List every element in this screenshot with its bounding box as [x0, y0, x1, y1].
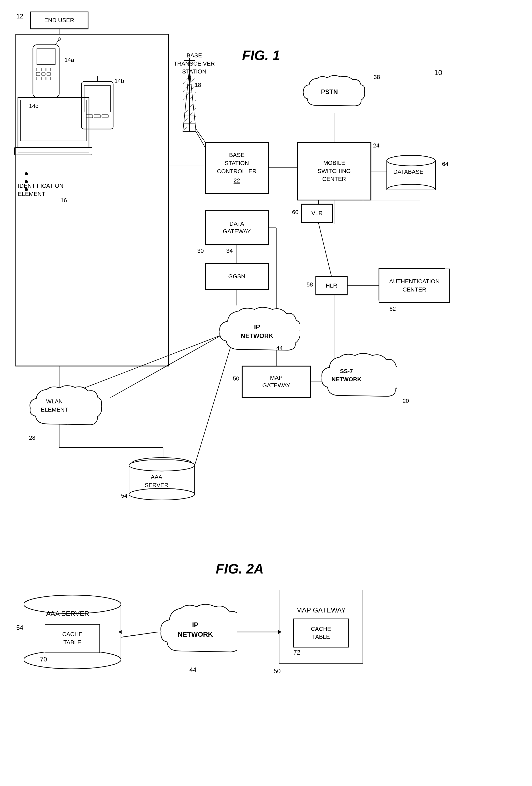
svg-line-62 — [196, 129, 205, 142]
ref20: 20 — [403, 398, 409, 404]
svg-line-48 — [189, 116, 196, 124]
ref22: 22 — [217, 177, 257, 185]
ref50-fig2a: 50 — [274, 668, 281, 675]
ref72: 72 — [293, 649, 300, 656]
map-gateway-box: MAP GATEWAY — [242, 366, 311, 398]
svg-point-103 — [129, 460, 195, 471]
fig2a-ip-label: IP NETWORK — [177, 620, 213, 639]
ref50-fig1: 50 — [233, 375, 239, 382]
fig2a-cache-table2: CACHE TABLE — [293, 619, 348, 647]
ip-network-label: IP NETWORK — [241, 323, 273, 340]
svg-rect-13 — [42, 77, 45, 80]
svg-line-108 — [121, 632, 158, 637]
svg-rect-9 — [36, 72, 40, 75]
pstn-label: PSTN — [321, 88, 338, 96]
fig2a-title: FIG. 2A — [216, 561, 264, 577]
ref70: 70 — [40, 656, 47, 663]
ref54-fig2a: 54 — [16, 624, 23, 631]
data-gateway-box: DATA GATEWAY — [205, 211, 268, 245]
ref62: 62 — [389, 305, 396, 312]
fig2a-map-gw-box: MAP GATEWAY CACHE TABLE 72 — [279, 590, 363, 664]
svg-rect-17 — [18, 97, 89, 147]
svg-rect-22 — [81, 82, 113, 129]
cache-table1-label: CACHE TABLE — [62, 630, 82, 647]
ref24: 24 — [373, 142, 380, 149]
wlan-cloud: WLAN ELEMENT — [26, 383, 105, 431]
ref58: 58 — [307, 281, 313, 288]
vlr-box: VLR — [301, 204, 333, 223]
svg-rect-24 — [86, 115, 93, 118]
svg-rect-6 — [36, 68, 40, 71]
svg-line-51 — [183, 108, 189, 116]
ref34: 34 — [226, 248, 233, 254]
ref54-fig1: 54 — [121, 492, 127, 499]
id-element-label: IDENTIFICATION ELEMENT — [18, 174, 64, 198]
svg-rect-14 — [47, 77, 50, 80]
end-user-label: END USER — [44, 17, 74, 24]
svg-rect-1 — [16, 34, 168, 366]
database-label: DATABASE — [393, 168, 424, 176]
fig2a-aaa-label: AAA SERVER — [46, 609, 89, 618]
fig2a-cache-table1: CACHE TABLE — [45, 624, 100, 653]
svg-line-50 — [189, 108, 196, 116]
map-gw-label: MAP GATEWAY — [262, 374, 290, 389]
ggsn-box: GGSN — [205, 263, 268, 290]
svg-rect-8 — [47, 68, 50, 71]
svg-line-54 — [189, 92, 196, 100]
svg-line-57 — [183, 76, 189, 84]
svg-line-55 — [183, 84, 189, 92]
svg-point-100 — [387, 155, 435, 166]
aaa-server-container: AAA SERVER — [129, 460, 195, 500]
ref12: 12 — [16, 13, 23, 20]
svg-rect-19 — [15, 147, 92, 155]
svg-line-53 — [183, 92, 189, 100]
ref18: 18 — [195, 82, 201, 89]
auth-label: AUTHENTICATION CENTER — [389, 278, 439, 294]
ref14a: 14a — [65, 56, 74, 64]
ref16: 16 — [61, 197, 67, 204]
svg-line-63 — [196, 132, 205, 147]
database-container: DATABASE — [387, 155, 435, 190]
bsc-box: BASE STATION CONTROLLER 22 — [205, 142, 268, 193]
ref14b: 14b — [115, 78, 124, 85]
svg-line-15 — [55, 40, 59, 45]
svg-rect-25 — [94, 115, 100, 118]
ref10: 10 — [434, 68, 442, 77]
hlr-box: HLR — [316, 276, 347, 295]
bsc-label: BASE STATION CONTROLLER — [217, 151, 257, 176]
svg-point-104 — [129, 488, 195, 500]
vlr-label: VLR — [312, 210, 323, 217]
ip-network-cloud: IP NETWORK — [216, 304, 300, 357]
ss7-cloud: SS-7 NETWORK — [318, 350, 397, 403]
svg-rect-26 — [102, 115, 108, 118]
svg-rect-4 — [33, 45, 59, 97]
msc-label: MOBILE SWITCHING CENTER — [318, 159, 351, 183]
svg-rect-11 — [47, 72, 50, 75]
msc-box: MOBILE SWITCHING CENTER — [297, 142, 371, 200]
ggsn-label: GGSN — [228, 273, 245, 280]
end-user-box: END USER — [30, 12, 88, 29]
bts-label: BASE TRANSCEIVER STATION — [174, 43, 215, 76]
svg-line-39 — [189, 68, 196, 132]
cache-table2-label: CACHE TABLE — [311, 625, 331, 642]
auth-center-box: AUTHENTICATION CENTER — [379, 269, 450, 303]
ref64: 64 — [442, 161, 448, 167]
svg-rect-23 — [84, 86, 111, 112]
svg-rect-12 — [36, 77, 40, 80]
pstn-cloud: PSTN — [300, 74, 368, 113]
ref60: 60 — [292, 209, 298, 216]
ref14c: 14c — [29, 103, 38, 110]
fig2a-ip-cloud: IP NETWORK — [158, 600, 237, 658]
wlan-label: WLAN ELEMENT — [41, 398, 68, 414]
ref28: 28 — [29, 435, 35, 441]
ss7-label: SS-7 NETWORK — [332, 367, 362, 384]
svg-line-52 — [189, 100, 196, 108]
ref44-fig1: 44 — [276, 345, 283, 352]
aaa-label-fig1: AAA SERVER — [145, 473, 168, 489]
svg-line-47 — [183, 124, 189, 132]
svg-rect-10 — [42, 72, 45, 75]
fig2a-aaa-container: AAA SERVER CACHE TABLE 70 — [24, 595, 121, 669]
svg-line-49 — [183, 116, 189, 124]
ref30: 30 — [197, 248, 204, 254]
ref38: 38 — [373, 74, 380, 80]
